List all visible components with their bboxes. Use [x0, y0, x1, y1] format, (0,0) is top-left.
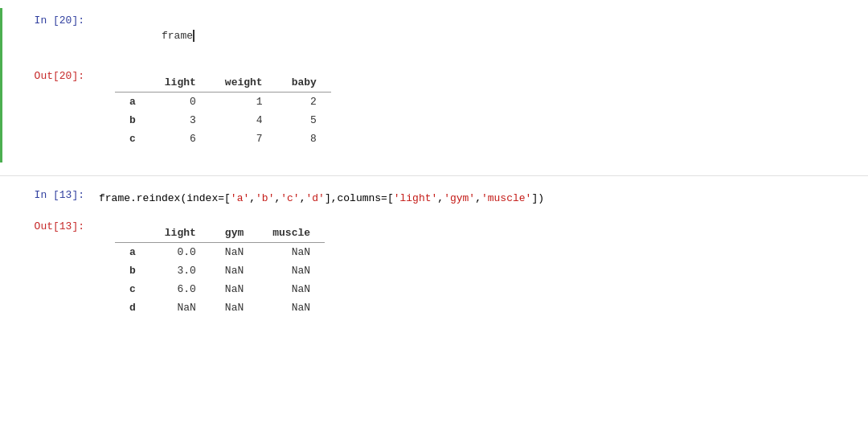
- cell-2-output: light gym muscle a0.0NaNNaNb3.0NaNNaNc6.…: [91, 214, 868, 331]
- col-header-baby-1: baby: [277, 75, 331, 93]
- table-row: c6.0NaNNaN: [115, 280, 325, 298]
- cell-1-output: light weight baby a012b345c678: [91, 64, 868, 162]
- col-header-muscle-2: muscle: [258, 225, 325, 243]
- col-header-index-2: [115, 225, 150, 243]
- cell-1-code[interactable]: frame: [91, 8, 868, 64]
- cell-1-table: light weight baby a012b345c678: [115, 75, 331, 148]
- notebook: In [20]: frame Out[20]: light weight: [0, 0, 868, 436]
- cell-2-out-label: Out[13]:: [2, 214, 91, 331]
- col-header-weight-1: weight: [211, 75, 277, 93]
- table-row: b3.0NaNNaN: [115, 261, 325, 280]
- cell-2-code[interactable]: frame.reindex(index=['a','b','c','d'],co…: [91, 183, 868, 214]
- cursor: [193, 30, 194, 42]
- col-header-gym-2: gym: [211, 225, 258, 243]
- cell-2: In [13]: frame.reindex(index=['a','b','c…: [0, 183, 868, 331]
- table-row: c678: [115, 130, 331, 148]
- table-row: a0.0NaNNaN: [115, 243, 325, 262]
- cell-1-out-label: Out[20]:: [2, 64, 91, 162]
- table-row: dNaNNaNNaN: [115, 298, 325, 317]
- cell-separator: [0, 175, 868, 176]
- cell-1-in-row: In [20]: frame: [0, 8, 868, 64]
- cell-2-out-row: Out[13]: light gym muscle a0.0NaNNaNb3.0…: [0, 214, 868, 331]
- table-row: a012: [115, 93, 331, 112]
- cell-1-in-label: In [20]:: [2, 8, 91, 64]
- col-header-light-1: light: [150, 75, 211, 93]
- cell-1-code-text[interactable]: frame: [99, 13, 860, 59]
- cell-1-out-row: Out[20]: light weight baby a012b345c678: [0, 64, 868, 162]
- cell-2-table: light gym muscle a0.0NaNNaNb3.0NaNNaNc6.…: [115, 225, 325, 317]
- cell-2-in-row: In [13]: frame.reindex(index=['a','b','c…: [0, 183, 868, 214]
- cell-2-code-text[interactable]: frame.reindex(index=['a','b','c','d'],co…: [99, 187, 860, 209]
- table-row: b345: [115, 111, 331, 130]
- cell-2-in-label: In [13]:: [2, 183, 91, 214]
- col-header-light-2: light: [150, 225, 211, 243]
- cell-1: In [20]: frame Out[20]: light weight: [0, 8, 868, 162]
- col-header-index-1: [115, 75, 150, 93]
